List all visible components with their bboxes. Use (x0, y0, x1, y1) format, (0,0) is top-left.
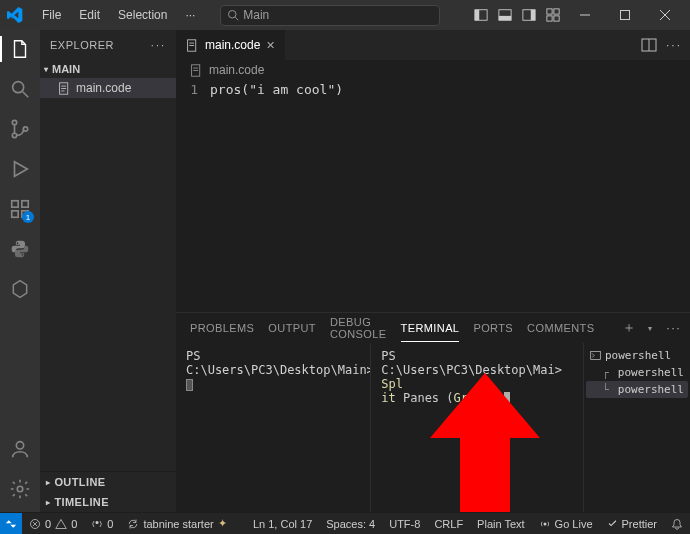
sidebar-more-icon[interactable]: ··· (151, 39, 166, 51)
svg-point-46 (543, 522, 546, 525)
svg-rect-39 (591, 351, 601, 359)
title-bar: File Edit Selection ··· Main (0, 0, 690, 30)
code-editor[interactable]: 1 pros("i am cool") (176, 80, 690, 99)
svg-rect-5 (499, 16, 511, 20)
svg-rect-11 (554, 16, 559, 21)
activity-settings-icon[interactable] (7, 476, 33, 502)
search-icon (227, 9, 239, 21)
svg-rect-10 (547, 16, 552, 21)
code-line-content: pros("i am cool") (210, 82, 343, 97)
terminal-list-item[interactable]: └ powershell (586, 381, 688, 398)
command-center-text: Main (243, 8, 269, 22)
error-icon (29, 518, 41, 530)
menu-file[interactable]: File (34, 5, 69, 25)
activity-explorer-icon[interactable] (7, 36, 33, 62)
panel-tab-problems[interactable]: PROBLEMS (190, 315, 254, 341)
window-minimize-button[interactable] (566, 0, 604, 30)
svg-rect-21 (12, 201, 18, 207)
tree-branch-icon: └ (602, 383, 609, 396)
terminal-list-item[interactable]: powershell (586, 347, 688, 364)
check-icon (607, 518, 618, 529)
svg-line-17 (23, 92, 29, 98)
customize-layout-icon[interactable] (542, 4, 564, 26)
terminal-list-item[interactable]: ┌ powershell (586, 364, 688, 381)
activity-run-debug-icon[interactable] (7, 156, 33, 182)
activity-accounts-icon[interactable] (7, 436, 33, 462)
radio-tower-icon (91, 518, 103, 530)
panel-tab-terminal[interactable]: TERMINAL (401, 315, 460, 342)
terminal-new-icon[interactable]: ＋ (622, 319, 636, 337)
activity-search-icon[interactable] (7, 76, 33, 102)
status-line-col[interactable]: Ln 1, Col 17 (246, 518, 319, 530)
editor-more-icon[interactable]: ··· (666, 38, 682, 52)
svg-point-26 (17, 486, 23, 492)
layout-toggle-sidebar-icon[interactable] (470, 4, 492, 26)
terminal-list-label: powershell (618, 366, 684, 379)
layout-toggle-panel-icon[interactable] (494, 4, 516, 26)
activity-hexagon-icon[interactable] (7, 276, 33, 302)
status-tabnine[interactable]: tabnine starter ✦ (120, 517, 233, 530)
terminal-icon (613, 367, 614, 378)
breadcrumb[interactable]: main.code (176, 60, 690, 80)
chevron-down-icon: ▾ (44, 65, 48, 74)
window-maximize-button[interactable] (606, 0, 644, 30)
menu-selection[interactable]: Selection (110, 5, 175, 25)
terminal-icon (613, 384, 614, 395)
terminal-cursor (504, 392, 510, 405)
status-notifications-icon[interactable] (664, 518, 690, 530)
layout-toggle-secondary-icon[interactable] (518, 4, 540, 26)
menu-edit[interactable]: Edit (71, 5, 108, 25)
breadcrumb-file: main.code (209, 63, 264, 77)
panel-tab-output[interactable]: OUTPUT (268, 315, 316, 341)
status-language[interactable]: Plain Text (470, 518, 532, 530)
bell-icon (671, 518, 683, 530)
status-ports[interactable]: 0 (84, 518, 120, 530)
chevron-right-icon: ▸ (46, 498, 50, 507)
status-prettier[interactable]: Prettier (600, 518, 664, 530)
panel-tab-comments[interactable]: COMMENTS (527, 315, 594, 341)
svg-rect-22 (12, 211, 18, 217)
status-prettier-label: Prettier (622, 518, 657, 530)
terminal-pane-2[interactable]: PS C:\Users\PC3\Desktop\Mai> Spl it Pane… (371, 343, 584, 512)
status-tabnine-label: tabnine starter (143, 518, 213, 530)
svg-rect-24 (22, 201, 28, 207)
terminal-split-dropdown-icon[interactable]: ▾ (648, 324, 652, 333)
status-eol[interactable]: CRLF (427, 518, 470, 530)
status-encoding[interactable]: UTF-8 (382, 518, 427, 530)
terminal-pane-1[interactable]: PS C:\Users\PC3\Desktop\Main> (176, 343, 371, 512)
command-center-search[interactable]: Main (220, 5, 440, 26)
sidebar-folder-name: MAIN (52, 63, 80, 75)
sidebar-folder-header[interactable]: ▾ MAIN (40, 60, 176, 78)
tab-close-icon[interactable]: ✕ (266, 39, 275, 52)
activity-source-control-icon[interactable] (7, 116, 33, 142)
terminal-more-icon[interactable]: ··· (666, 322, 681, 334)
terminal-cursor (186, 379, 193, 391)
sidebar-outline-header[interactable]: ▸ OUTLINE (40, 472, 176, 492)
activity-extensions-icon[interactable]: 1 (7, 196, 33, 222)
status-remote-icon[interactable] (0, 513, 22, 534)
menu-more[interactable]: ··· (177, 5, 203, 25)
sidebar-timeline-label: TIMELINE (54, 496, 109, 508)
window-close-button[interactable] (646, 0, 684, 30)
svg-rect-9 (554, 9, 559, 14)
status-errors-warnings[interactable]: 0 0 (22, 518, 84, 530)
panel-tab-debug-console[interactable]: DEBUG CONSOLE (330, 309, 387, 347)
panel-tab-ports[interactable]: PORTS (473, 315, 513, 341)
sidebar-timeline-header[interactable]: ▸ TIMELINE (40, 492, 176, 512)
svg-rect-7 (531, 10, 535, 21)
editor-tab[interactable]: main.code ✕ (176, 30, 286, 60)
activity-bar: 1 (0, 30, 40, 512)
svg-point-25 (16, 442, 23, 449)
status-golive-label: Go Live (555, 518, 593, 530)
warning-icon (55, 518, 67, 530)
status-golive[interactable]: Go Live (532, 518, 600, 530)
activity-python-icon[interactable] (7, 236, 33, 262)
split-editor-icon[interactable] (640, 36, 658, 54)
status-spaces[interactable]: Spaces: 4 (319, 518, 382, 530)
sidebar-file-item[interactable]: main.code (40, 78, 176, 98)
svg-point-18 (12, 120, 16, 124)
chevron-right-icon: ▸ (46, 478, 50, 487)
line-number: 1 (176, 82, 210, 97)
svg-line-1 (236, 17, 239, 20)
vscode-logo-icon (6, 6, 24, 24)
